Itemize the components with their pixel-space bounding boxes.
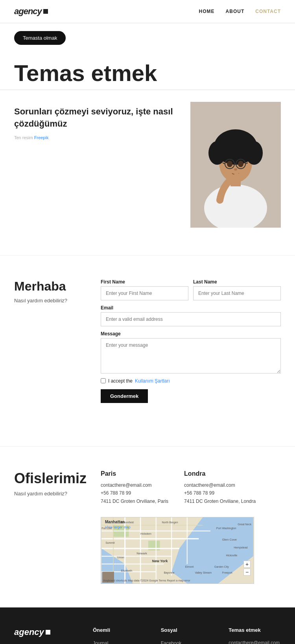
terms-row: I accept the Kullanım Şartları [101,378,281,384]
svg-text:Port Washington: Port Washington [216,527,236,530]
photo-credit: Ten resim Freepik [14,135,179,140]
last-name-input[interactable] [193,286,281,300]
svg-text:Freeport: Freeport [222,571,232,574]
svg-text:Hicksville: Hicksville [226,554,238,557]
footer-onemli-title: Önemli [93,627,145,633]
about-image [190,102,281,228]
spacer3 [0,600,295,607]
paris-title: Paris [101,470,168,477]
about-section: Sorunları çözmeyi seviyoruz, işte nasıl … [0,90,295,239]
nav-home[interactable]: HOME [199,9,215,14]
office-paris: Paris contacthere@email.com +56 788 78 9… [101,470,168,505]
svg-text:Union: Union [117,556,124,559]
last-name-group: Last Name [193,279,281,300]
londra-details: contacthere@email.com +56 788 78 99 7411… [184,481,256,505]
offices-top: Ofislerimiz Nasıl yardım edebiliriz? Par… [14,470,281,505]
message-label: Message [101,331,281,337]
map-background: Newark New York Summit Glen Cove Port Wa… [101,517,254,583]
hero-btn-section: Temasta olmak [0,23,295,49]
terms-link[interactable]: Kullanım Şartları [135,378,170,384]
footer-col-onemli: Önemli Journal Kariyer Misyon ve& Vizyon… [93,627,145,644]
svg-point-18 [232,173,243,181]
svg-text:Great Neck: Great Neck [238,523,251,526]
email-group: Email [101,305,281,326]
svg-text:New York: New York [152,559,168,563]
svg-text:Elmont: Elmont [185,565,194,568]
contact-section: Merhaba Nasıl yardım edebiliriz? First N… [0,255,295,427]
footer: agency Önemli Journal Kariyer Misyon ve&… [0,607,295,644]
footer-logo-icon [46,630,50,635]
footer-sosyal-list: Facebook Twitter Instagram LinkedIn Gith… [161,638,213,644]
svg-text:Bayonne: Bayonne [164,571,174,574]
offices-section: Ofislerimiz Nasıl yardım edebiliriz? Par… [0,446,295,600]
footer-logo-col: agency [14,627,77,644]
contact-heading: Merhaba [14,279,85,294]
svg-point-16 [238,161,243,167]
svg-text:Garden City: Garden City [214,565,229,569]
logo-text: agency [14,6,42,17]
footer-onemli-list: Journal Kariyer Misyon ve& Vizyon Fiyatl… [93,638,145,644]
svg-text:North Bergen: North Bergen [162,521,178,524]
email-label: Email [101,305,281,311]
nav-contact[interactable]: CONTACT [255,9,281,14]
map-zoom-out[interactable]: − [243,569,251,576]
first-name-group: First Name [101,279,188,300]
message-group: Message [101,331,281,374]
map-container: Newark New York Summit Glen Cove Port Wa… [101,517,254,584]
svg-point-17 [234,168,237,171]
page-title: Temas etmek [14,61,281,86]
svg-text:Valley Stream: Valley Stream [195,571,212,574]
submit-button[interactable]: Gondermek [101,389,148,403]
map-label: Manhattan [105,520,125,524]
map-zoom-in[interactable]: + [243,561,251,568]
nav-about[interactable]: ABOUT [226,9,245,14]
svg-text:Summit: Summit [105,541,114,544]
svg-point-15 [227,161,232,167]
about-heading: Sorunları çözmeyi seviyoruz, işte nasıl … [14,106,179,130]
cta-button[interactable]: Temasta olmak [14,31,66,45]
contact-subtext: Nasıl yardım edebiliriz? [14,298,85,304]
londra-title: Londra [184,470,256,477]
first-name-label: First Name [101,279,188,285]
footer-sosyal-facebook[interactable]: Facebook [161,638,213,644]
name-row: First Name Last Name [101,279,281,300]
svg-text:Glen Cove: Glen Cove [222,538,237,541]
map-footer-text: Keyboard shortcuts Map data ©2024 Google… [103,579,190,582]
footer-col-temas: Temas etmek contacthere@email.com +11 23… [229,627,281,644]
terms-checkbox[interactable] [101,378,106,383]
spacer2 [0,427,295,446]
footer-temas-title: Temas etmek [229,627,281,633]
offices-heading: Ofislerimiz [14,470,85,487]
svg-text:Hempstead: Hempstead [234,546,247,549]
offices-left: Ofislerimiz Nasıl yardım edebiliriz? [14,470,85,497]
offices-subtext: Nasıl yardım edebiliriz? [14,491,85,497]
paris-details: contacthere@email.com +56 788 78 99 7411… [101,481,168,505]
footer-sosyal-title: Sosyal [161,627,213,633]
terms-text-pre: I accept the [108,378,133,384]
svg-point-9 [228,134,243,148]
logo-icon [43,9,48,14]
footer-grid: agency Önemli Journal Kariyer Misyon ve&… [14,627,281,644]
footer-onemli-journal[interactable]: Journal [93,638,145,644]
footer-col-sosyal: Sosyal Facebook Twitter Instagram Linked… [161,627,213,644]
logo[interactable]: agency [14,6,48,17]
contact-left: Merhaba Nasıl yardım edebiliriz? [14,279,85,304]
nav-links: HOME ABOUT CONTACT [199,9,281,14]
message-textarea[interactable] [101,338,281,374]
svg-text:Elizabeth: Elizabeth [121,569,133,572]
svg-text:Newark: Newark [136,552,147,555]
spacer1 [0,239,295,255]
map-view-larger[interactable]: View larger map [105,525,131,529]
email-input[interactable] [101,312,281,326]
offices-cards: Paris contacthere@email.com +56 788 78 9… [101,470,281,505]
svg-text:Hoboken: Hoboken [140,532,151,535]
page-title-section: Temas etmek [0,49,295,90]
contact-form: First Name Last Name Email Message I acc… [101,279,281,403]
footer-temas-details: contacthere@email.com +11 234 44 555 667… [229,638,281,644]
last-name-label: Last Name [193,279,281,285]
footer-logo: agency [14,627,77,637]
about-text: Sorunları çözmeyi seviyoruz, işte nasıl … [14,102,179,140]
freepik-link[interactable]: Freepik [34,135,49,140]
office-londra: Londra contacthere@email.com +56 788 78 … [184,470,256,505]
first-name-input[interactable] [101,286,188,300]
